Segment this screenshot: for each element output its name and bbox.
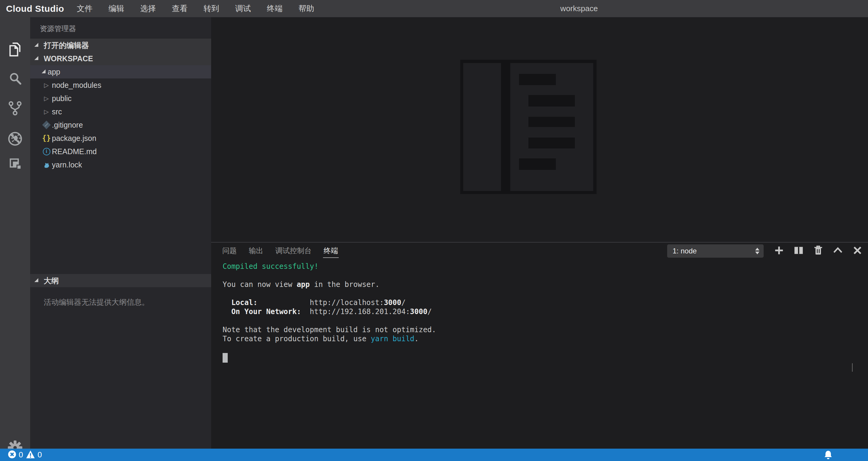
terminal-line-6	[223, 316, 868, 325]
terminal-line-3	[223, 289, 868, 298]
files-icon	[7, 42, 23, 57]
terminal-cursor	[223, 353, 228, 363]
editor-area[interactable]	[211, 17, 868, 242]
section-workspace[interactable]: WORKSPACE	[30, 52, 211, 65]
status-bar: 0 0	[0, 449, 868, 461]
window-title: workspace	[560, 4, 598, 13]
watermark-left-pane	[463, 63, 501, 191]
terminal-output[interactable]: Compiled successfully!You can now view a…	[211, 259, 868, 449]
panel-tab-2[interactable]: 调试控制台	[275, 244, 312, 258]
terminal-select[interactable]: 1: node	[667, 244, 764, 258]
watermark-right-pane	[510, 63, 593, 191]
panel-tab-3[interactable]: 终端	[323, 244, 339, 258]
panel-header: 问题输出调试控制台终端 1: node	[211, 243, 868, 259]
tree-item-label: public	[52, 94, 71, 103]
tree-item-label: app	[48, 68, 60, 76]
chevron-up-icon	[833, 246, 843, 256]
terminal-line-4: Local: http://localhost:3000/	[223, 298, 868, 307]
menu-item-5[interactable]: 调试	[230, 3, 256, 14]
terminal-scrollbar-tick	[852, 363, 852, 372]
git-branch-icon	[7, 101, 23, 116]
tree-item-.gitignore[interactable]: .gitignore	[30, 118, 211, 131]
menu-item-7[interactable]: 帮助	[294, 3, 319, 14]
tree-item-app[interactable]: app	[30, 65, 211, 79]
problems-status[interactable]: 0 0	[8, 450, 45, 460]
tree-item-label: package.json	[52, 134, 96, 143]
collapse-twistie-icon	[34, 43, 38, 47]
tree-item-label: README.md	[52, 147, 97, 156]
section-open-editors[interactable]: 打开的编辑器	[30, 39, 211, 52]
kill-terminal-button[interactable]	[813, 246, 824, 256]
tree-item-label: src	[52, 107, 62, 116]
info-circle-shape: i	[43, 148, 50, 155]
warning-triangle-icon	[26, 450, 35, 460]
terminal-line-2: You can now view app in the browser.	[223, 280, 868, 289]
twistie-open-icon	[42, 69, 45, 73]
split-editor-icon	[794, 246, 804, 256]
debug-disabled-icon	[7, 131, 23, 147]
error-count: 0	[19, 450, 23, 460]
tree-item-public[interactable]: ▷public	[30, 92, 211, 105]
terminal-line-0: Compiled successfully!	[223, 262, 868, 271]
section-outline[interactable]: 大纲	[30, 274, 211, 287]
tree-item-label: node_modules	[52, 81, 101, 90]
tree-item-node_modules[interactable]: ▷node_modules	[30, 79, 211, 92]
tree-item-src[interactable]: ▷src	[30, 105, 211, 118]
titlebar: Cloud Studio 文件编辑选择查看转到调试终端帮助 workspace	[0, 0, 868, 17]
close-panel-button[interactable]	[852, 246, 863, 256]
sidebar-item-explorer[interactable]	[0, 35, 30, 64]
cloud-studio-window: Cloud Studio 文件编辑选择查看转到调试终端帮助 workspace	[0, 0, 868, 461]
sidebar-explorer: 资源管理器 打开的编辑器 WORKSPACE app▷node_modules▷…	[30, 17, 211, 449]
git-file-icon	[42, 121, 51, 129]
tree-item-label: yarn.lock	[52, 160, 82, 169]
braces-glyph: {}	[42, 134, 51, 143]
menu-item-0[interactable]: 文件	[72, 3, 97, 14]
notifications-button[interactable]	[823, 450, 834, 460]
outline-empty-message: 活动编辑器无法提供大纲信息。	[44, 297, 149, 307]
explorer-title: 资源管理器	[40, 24, 76, 33]
bottom-panel: 问题输出调试控制台终端 1: node	[211, 242, 868, 449]
warning-count: 0	[37, 450, 42, 460]
menu-item-6[interactable]: 终端	[262, 3, 287, 14]
sidebar-item-debug[interactable]	[0, 124, 30, 153]
tree-item-yarn.lock[interactable]: yarn.lock	[30, 158, 211, 172]
info-icon: i	[42, 147, 51, 156]
collapse-twistie-icon	[34, 278, 38, 282]
split-terminal-button[interactable]	[794, 246, 804, 256]
maximize-panel-button[interactable]	[833, 246, 843, 256]
sidebar-item-extensions[interactable]	[0, 150, 30, 179]
terminal-select-value: 1: node	[673, 247, 755, 255]
extensions-icon	[7, 157, 23, 172]
terminal-line-1	[223, 271, 868, 280]
new-terminal-button[interactable]	[774, 246, 784, 256]
menu-item-1[interactable]: 编辑	[104, 3, 129, 14]
panel-tab-0[interactable]: 问题	[222, 244, 237, 258]
menu-item-4[interactable]: 转到	[199, 3, 224, 14]
terminal-line-10	[223, 352, 868, 362]
section-label: WORKSPACE	[44, 54, 93, 63]
file-tree: app▷node_modules▷public▷src.gitignore{}p…	[30, 65, 211, 172]
sidebar-item-search[interactable]	[0, 65, 30, 94]
collapse-twistie-icon	[34, 56, 38, 60]
git-diamond-shape	[42, 121, 51, 129]
bell-icon	[823, 456, 834, 461]
panel-tabs: 问题输出调试控制台终端	[222, 244, 349, 258]
panel-tab-1[interactable]: 输出	[248, 244, 264, 258]
yarn-icon	[42, 160, 51, 169]
twistie-closed-icon: ▷	[44, 108, 49, 115]
menu-item-2[interactable]: 选择	[135, 3, 161, 14]
terminal-line-8: To create a production build, use yarn b…	[223, 334, 868, 343]
terminal-line-7: Note that the development build is not o…	[223, 325, 868, 334]
tree-item-README.md[interactable]: iREADME.md	[30, 145, 211, 158]
twistie-closed-icon: ▷	[44, 82, 49, 89]
plus-icon	[774, 246, 784, 256]
terminal-line-5: On Your Network: http://192.168.201.204:…	[223, 307, 868, 316]
sidebar-item-source-control[interactable]	[0, 94, 30, 123]
trash-icon	[813, 245, 823, 257]
activity-bar	[0, 17, 30, 449]
select-spinner-icon	[755, 248, 760, 254]
section-label: 打开的编辑器	[44, 40, 89, 51]
menu-item-3[interactable]: 查看	[167, 3, 192, 14]
tree-item-package.json[interactable]: {}package.json	[30, 131, 211, 145]
menu-bar: 文件编辑选择查看转到调试终端帮助	[72, 3, 326, 14]
